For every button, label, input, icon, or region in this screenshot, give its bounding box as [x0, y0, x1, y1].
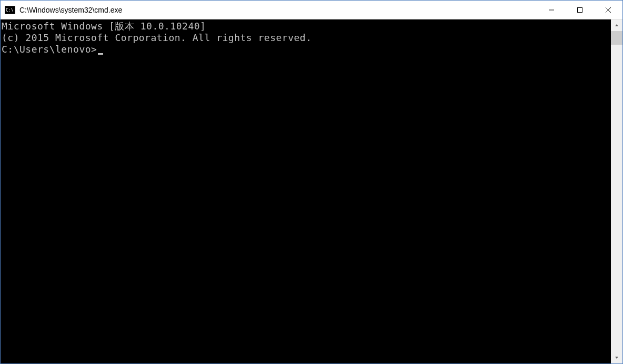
console-content[interactable]: Microsoft Windows [版本 10.0.10240](c) 201…	[1, 19, 611, 363]
scroll-thumb[interactable]	[611, 31, 622, 45]
cmd-icon: C:\	[5, 6, 15, 14]
scroll-down-button[interactable]	[611, 352, 622, 363]
close-button[interactable]	[594, 1, 622, 19]
console-line-copyright: (c) 2015 Microsoft Corporation. All righ…	[2, 32, 610, 44]
cmd-window: C:\ C:\Windows\system32\cmd.exe	[0, 0, 623, 364]
window-title: C:\Windows\system32\cmd.exe	[19, 6, 537, 14]
console-prompt: C:\Users\lenovo>	[2, 44, 97, 55]
vertical-scrollbar[interactable]	[611, 19, 622, 363]
titlebar[interactable]: C:\ C:\Windows\system32\cmd.exe	[1, 1, 622, 19]
window-controls	[537, 1, 622, 19]
cursor	[98, 53, 103, 55]
console-area: Microsoft Windows [版本 10.0.10240](c) 201…	[1, 19, 622, 363]
svg-rect-3	[578, 7, 582, 12]
minimize-button[interactable]	[537, 1, 566, 19]
maximize-button[interactable]	[566, 1, 594, 19]
scroll-track[interactable]	[611, 31, 622, 352]
console-prompt-line: C:\Users\lenovo>	[2, 44, 610, 55]
scroll-up-button[interactable]	[611, 19, 622, 31]
console-line-version: Microsoft Windows [版本 10.0.10240]	[2, 21, 610, 32]
svg-text:C:\: C:\	[6, 8, 14, 13]
